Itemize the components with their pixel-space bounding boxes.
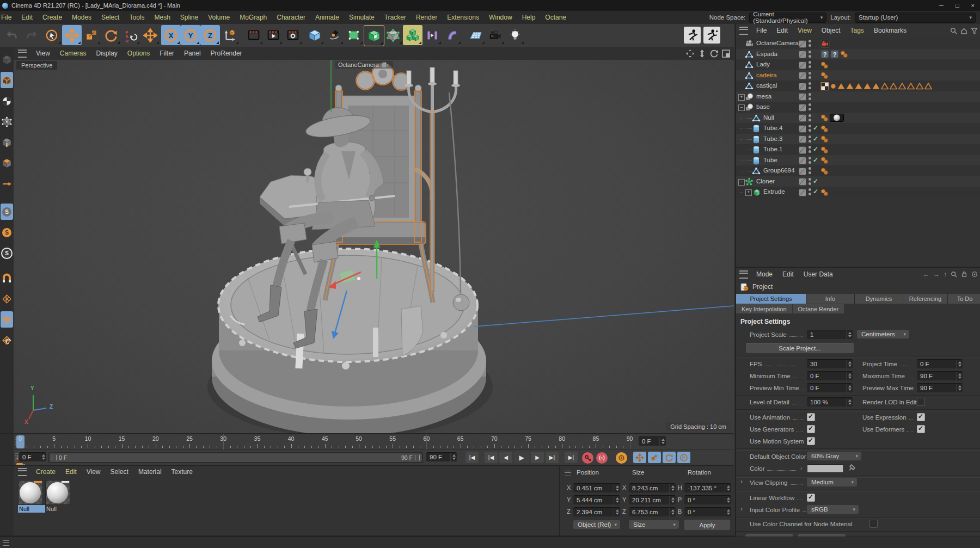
enabled-check-icon[interactable]: ✓ — [813, 135, 818, 143]
expand-icon[interactable]: + — [745, 189, 752, 196]
object-name[interactable]: mesa — [756, 93, 771, 100]
menu-create[interactable]: Create — [38, 14, 67, 21]
material-name[interactable]: Null — [18, 505, 45, 513]
redo-button[interactable] — [22, 25, 41, 45]
object-manager-menu-icon[interactable] — [739, 27, 748, 35]
material-menu-texture[interactable]: Texture — [167, 468, 198, 476]
spinner[interactable] — [614, 508, 620, 516]
layer-box[interactable] — [799, 40, 806, 48]
viewport-menu-filter[interactable]: Filter — [155, 50, 179, 57]
enabled-check-icon[interactable]: ✓ — [813, 124, 818, 132]
triangle-outline-tag[interactable] — [898, 82, 906, 90]
spinner[interactable] — [725, 496, 731, 504]
checkbox[interactable] — [917, 413, 925, 421]
triangle-outline-tag[interactable] — [916, 82, 923, 90]
node-space-select[interactable]: Current (Standard/Physical) ▾ — [749, 13, 826, 23]
preview-range-slider[interactable]: 0 F 90 F — [48, 452, 423, 463]
spinner[interactable] — [725, 484, 731, 492]
field-input[interactable]: 30 — [807, 359, 853, 368]
object-name[interactable]: castiçal — [756, 82, 777, 89]
object-row-tube[interactable]: Tube✓ — [736, 155, 980, 166]
add-deformer-button[interactable] — [383, 25, 403, 45]
viewport-menu-cameras[interactable]: Cameras — [55, 50, 91, 57]
triangle-tag[interactable] — [855, 82, 862, 90]
spinner[interactable] — [614, 496, 620, 504]
scale-project-button[interactable]: Scale Project... — [746, 343, 854, 353]
prev-frame-button[interactable]: ◀ — [499, 452, 512, 463]
apply-button[interactable]: Apply — [684, 520, 730, 530]
viewport-menu-panel[interactable]: Panel — [179, 50, 206, 57]
checkbox[interactable] — [917, 425, 925, 433]
next-key-button[interactable]: ▶| — [546, 452, 559, 463]
question-tag[interactable]: ? — [820, 50, 829, 58]
panel-grip[interactable] — [15, 452, 18, 462]
checkbox[interactable] — [869, 520, 878, 528]
max-frame-input[interactable]: 90 F — [426, 452, 457, 461]
record-keyframe-button[interactable] — [582, 452, 593, 464]
workplane-mode[interactable] — [1, 332, 13, 348]
coordinate-system-toggle[interactable] — [220, 25, 240, 45]
viewport-menu-icon[interactable] — [18, 50, 27, 58]
field-input[interactable]: 0 F — [917, 359, 963, 368]
camera-label[interactable]: OctaneCamera — [335, 61, 393, 69]
live-selection-tool[interactable] — [42, 25, 62, 45]
triangle-tag[interactable] — [846, 82, 854, 90]
spinner[interactable] — [846, 398, 853, 407]
question-tag[interactable]: ? — [830, 50, 839, 58]
close-button[interactable]: × — [971, 2, 975, 9]
material-tag[interactable] — [820, 114, 829, 122]
visibility-dots[interactable] — [808, 167, 811, 175]
object-name[interactable]: Extrude — [763, 188, 785, 195]
material-tag[interactable] — [820, 71, 829, 79]
viewport-solo-hierarchy[interactable]: S — [1, 245, 13, 261]
menu-animate[interactable]: Animate — [310, 14, 344, 21]
material-menu-edit[interactable]: Edit — [60, 468, 82, 476]
add-subdivision-surface-button[interactable] — [344, 25, 364, 45]
add-primitive-cube-button[interactable] — [305, 25, 324, 45]
filter-icon[interactable] — [971, 27, 978, 34]
bend-deformer-button[interactable] — [442, 25, 462, 45]
enabled-check-icon[interactable]: ✓ — [813, 188, 818, 195]
collapse-icon[interactable]: − — [738, 104, 745, 111]
viewport-solo-single[interactable]: S — [1, 224, 13, 241]
expand-icon[interactable]: + — [738, 94, 745, 101]
om-menu-object[interactable]: Object — [817, 27, 846, 34]
menu-spline[interactable]: Spline — [175, 14, 203, 21]
triangle-outline-tag[interactable] — [890, 82, 897, 90]
axis-mode[interactable] — [1, 175, 13, 192]
object-row-cloner[interactable]: −Cloner✓ — [736, 176, 980, 187]
points-mode[interactable] — [1, 113, 13, 130]
field-input[interactable]: 0 F — [807, 371, 853, 380]
coord-input[interactable]: 0 ° — [684, 495, 731, 504]
expand-icon[interactable]: › — [740, 478, 743, 485]
coord-mode-dropdown[interactable]: Size▾ — [629, 520, 679, 529]
triangle-tag[interactable] — [837, 82, 845, 90]
object-row-tube.1[interactable]: Tube.1✓ — [736, 144, 980, 155]
spinner[interactable] — [669, 508, 676, 516]
color-swatch[interactable] — [807, 464, 844, 473]
object-name[interactable]: Tube.1 — [763, 146, 782, 152]
viewport-menu-prorender[interactable]: ProRender — [206, 50, 247, 57]
field-dropdown[interactable]: sRGB▾ — [807, 505, 859, 514]
object-row-mesa[interactable]: +mesa — [736, 91, 980, 102]
pan-view-icon[interactable] — [685, 49, 695, 58]
object-row-espada[interactable]: Espada?? — [736, 49, 980, 60]
rotate-tool[interactable] — [101, 25, 121, 45]
add-floor-button[interactable] — [466, 25, 486, 45]
layer-box[interactable] — [799, 178, 806, 186]
parent-icon[interactable]: ↑ — [944, 270, 947, 278]
material-menu-icon[interactable] — [18, 468, 27, 476]
object-row-tube.3[interactable]: Tube.3✓ — [736, 134, 980, 145]
visibility-dots[interactable] — [808, 157, 811, 164]
layer-box[interactable] — [799, 168, 806, 175]
add-spline-pen-button[interactable] — [324, 25, 344, 45]
visibility-dots[interactable] — [808, 178, 811, 186]
spinner[interactable] — [659, 437, 666, 446]
add-light-button[interactable] — [505, 25, 525, 45]
layout-select[interactable]: Startup (User) ▾ — [855, 13, 976, 23]
autokey-button[interactable] — [596, 452, 608, 464]
spinner[interactable] — [846, 330, 853, 339]
tab-to-do[interactable]: To Do — [948, 294, 980, 304]
material-tag[interactable] — [820, 146, 829, 154]
tab-info[interactable]: Info — [806, 294, 854, 304]
